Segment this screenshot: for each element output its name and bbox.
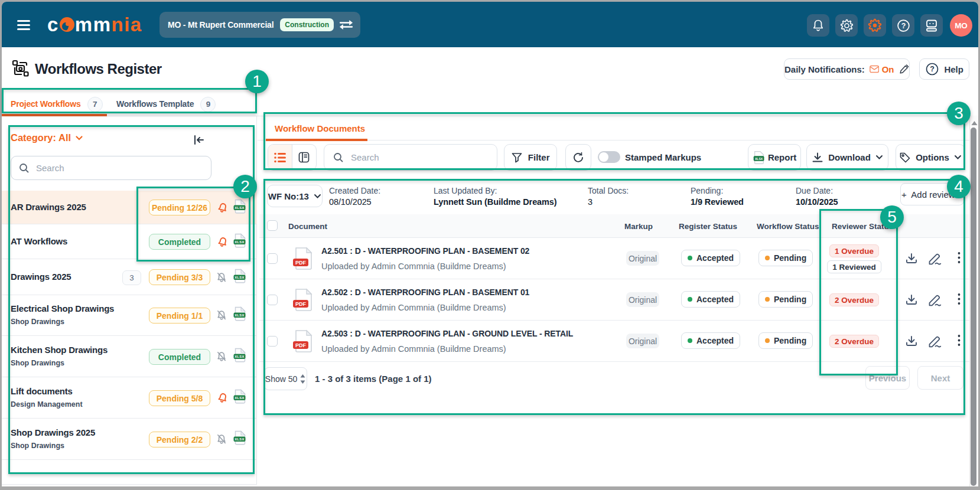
svg-text:?: ?	[901, 21, 906, 30]
svg-text:?: ?	[930, 65, 935, 73]
